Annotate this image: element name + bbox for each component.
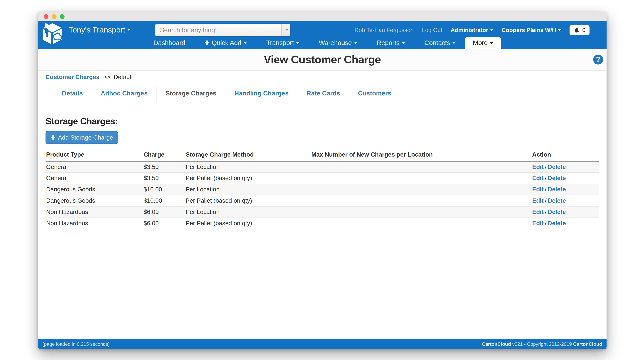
tab-bar: Details Adhoc Charges Storage Charges Ha…: [46, 86, 599, 101]
app-footer: (page loaded in 0.215 seconds) CartonClo…: [38, 339, 606, 349]
action-separator: /: [545, 220, 546, 227]
chevron-down-icon: [127, 29, 130, 31]
delete-link[interactable]: Delete: [548, 186, 566, 193]
cell-max-charges: [311, 172, 532, 184]
role-label: Administrator: [451, 27, 488, 33]
nav-label: Reports: [377, 39, 400, 46]
cell-actions: Edit/Delete: [532, 172, 599, 184]
action-separator: /: [545, 175, 546, 181]
help-glyph: ?: [596, 55, 601, 64]
zoom-button[interactable]: [60, 14, 64, 19]
app-header: Tony's Transport Rob Te-Hau Fergusson Lo…: [38, 21, 606, 49]
search-input[interactable]: [155, 24, 282, 36]
search-scope-dropdown[interactable]: [282, 24, 290, 36]
table-row: Non Hazardous $6.00 Per Pallet (based on…: [46, 218, 599, 229]
page-title-band: View Customer Charge ?: [38, 49, 606, 70]
nav-contacts[interactable]: Contacts: [415, 37, 466, 49]
delete-link[interactable]: Delete: [548, 197, 566, 204]
chevron-down-icon: [490, 42, 493, 44]
tab-customers[interactable]: Customers: [349, 86, 400, 101]
storage-charges-table: Product Type Charge Storage Charge Metho…: [46, 151, 599, 229]
nav-transport[interactable]: Transport: [257, 37, 309, 49]
nav-label: Contacts: [424, 39, 450, 46]
cell-actions: Edit/Delete: [532, 206, 599, 218]
action-separator: /: [545, 186, 546, 193]
nav-label: Transport: [266, 39, 294, 46]
footer-version-copyright: v221 - Copyright 2012-2019: [511, 342, 573, 347]
edit-link[interactable]: Edit: [532, 209, 544, 215]
tab-details[interactable]: Details: [53, 86, 92, 101]
cell-charge: $6.00: [143, 218, 185, 229]
edit-link[interactable]: Edit: [532, 186, 544, 193]
delete-link[interactable]: Delete: [548, 209, 566, 215]
table-row: Dangerous Goods $10.00 Per Location Edit…: [46, 184, 599, 195]
plus-icon: ✚: [50, 134, 56, 141]
tab-adhoc-charges[interactable]: Adhoc Charges: [92, 86, 156, 101]
chevron-down-icon: [243, 42, 247, 44]
global-search: [155, 24, 290, 36]
cell-product-type: Dangerous Goods: [46, 184, 143, 195]
col-action: Action: [532, 151, 599, 161]
cell-charge: $10.00: [143, 184, 185, 195]
cell-product-type: General: [46, 161, 143, 172]
main-nav: Dashboard ✚ Quick Add Transport Warehous…: [38, 37, 606, 49]
breadcrumb-link-customer-charges[interactable]: Customer Charges: [46, 74, 100, 80]
notifications-button[interactable]: 0: [570, 25, 590, 35]
table-row: Dangerous Goods $10.00 Per Pallet (based…: [46, 195, 599, 206]
warehouse-dropdown[interactable]: Coopers Plains W/H: [502, 27, 561, 33]
warehouse-label: Coopers Plains W/H: [502, 27, 556, 33]
cell-method: Per Location: [185, 206, 311, 218]
edit-link[interactable]: Edit: [532, 197, 544, 204]
breadcrumb-current: Default: [114, 74, 133, 80]
footer-brand: CartonCloud: [573, 342, 602, 347]
cell-actions: Edit/Delete: [532, 161, 599, 172]
cell-product-type: General: [46, 172, 143, 184]
nav-warehouse[interactable]: Warehouse: [309, 37, 367, 49]
edit-link[interactable]: Edit: [532, 175, 544, 181]
table-row: General $3.50 Per Location Edit/Delete: [46, 161, 599, 172]
delete-link[interactable]: Delete: [548, 220, 566, 227]
notification-count: 0: [582, 27, 586, 33]
breadcrumb: Customer Charges >> Default: [46, 74, 599, 80]
logout-link[interactable]: Log Out: [422, 27, 442, 33]
cell-method: Per Location: [185, 161, 311, 172]
cell-method: Per Pallet (based on qty): [185, 218, 311, 229]
chevron-down-icon: [286, 29, 288, 31]
cell-actions: Edit/Delete: [532, 218, 599, 229]
app-window: Tony's Transport Rob Te-Hau Fergusson Lo…: [38, 12, 606, 349]
cell-product-type: Non Hazardous: [46, 206, 143, 218]
delete-link[interactable]: Delete: [548, 164, 566, 170]
nav-more[interactable]: More: [465, 37, 501, 49]
user-name-link[interactable]: Rob Te-Hau Fergusson: [354, 27, 414, 33]
cell-charge: $10.00: [143, 195, 185, 206]
cell-method: Per Pallet (based on qty): [185, 172, 311, 184]
nav-label: Warehouse: [319, 39, 352, 46]
chevron-down-icon: [452, 42, 456, 44]
table-row: Non Hazardous $6.00 Per Location Edit/De…: [46, 206, 599, 218]
cell-actions: Edit/Delete: [532, 195, 599, 206]
delete-link[interactable]: Delete: [548, 175, 566, 181]
tab-rate-cards[interactable]: Rate Cards: [298, 86, 349, 101]
chevron-down-icon: [296, 42, 300, 44]
minimize-button[interactable]: [52, 14, 56, 19]
role-dropdown[interactable]: Administrator: [451, 27, 493, 33]
tab-handling-charges[interactable]: Handling Charges: [226, 86, 298, 101]
edit-link[interactable]: Edit: [532, 164, 544, 170]
edit-link[interactable]: Edit: [532, 220, 544, 227]
cell-max-charges: [311, 161, 532, 172]
tenant-menu[interactable]: Tony's Transport: [69, 25, 130, 34]
table-header-row: Product Type Charge Storage Charge Metho…: [46, 151, 599, 161]
help-icon[interactable]: ?: [593, 55, 603, 64]
cell-charge: $3.50: [143, 172, 185, 184]
tab-storage-charges[interactable]: Storage Charges: [156, 86, 225, 101]
nav-quick-add[interactable]: ✚ Quick Add: [195, 37, 257, 49]
add-storage-charge-button[interactable]: ✚ Add Storage Charge: [46, 131, 118, 144]
col-charge: Charge: [143, 151, 185, 161]
cell-product-type: Non Hazardous: [46, 218, 143, 229]
nav-reports[interactable]: Reports: [367, 37, 415, 49]
nav-dashboard[interactable]: Dashboard: [144, 37, 195, 49]
close-button[interactable]: [44, 14, 48, 19]
chevron-down-icon: [402, 42, 405, 44]
section-heading: Storage Charges:: [46, 116, 599, 126]
tenant-name: Tony's Transport: [69, 25, 125, 34]
